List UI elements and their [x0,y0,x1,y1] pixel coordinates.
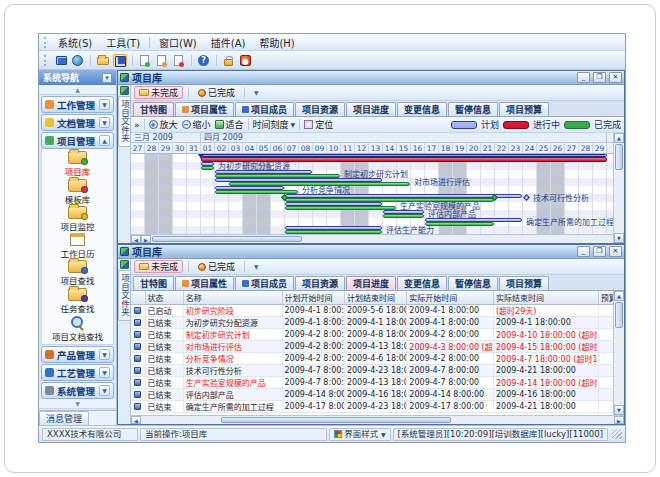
actual-bar[interactable] [285,206,396,210]
actual-bar[interactable] [383,214,424,218]
filter-overflow-icon[interactable]: ▼ [254,89,259,96]
scroll-left-icon[interactable]: ◀ [131,416,141,424]
zoom-out-button[interactable]: −缩小 [182,118,211,131]
zoom-in-button[interactable]: +放大 [149,118,178,131]
tab-变更信息[interactable]: 变更信息 [397,276,447,290]
help-icon[interactable]: ? [197,54,211,67]
table-row[interactable]: 已结束制定初步研究计划2009-4-2 8:00:002009-4-8 18:0… [131,329,613,341]
toolbar-grip[interactable] [44,55,48,66]
column-header-计划结束时间[interactable]: 计划结束时间 [344,291,406,305]
filter-unfinished-button[interactable]: 未完成 [134,86,183,99]
doc-add-icon[interactable] [138,54,152,67]
sidebar-collapse-strip[interactable]: ▲ [39,85,116,95]
column-header-icon[interactable] [131,291,145,305]
scrollbar-thumb[interactable] [221,417,451,423]
scroll-down-icon[interactable]: ▼ [614,405,624,415]
tab-项目资源[interactable]: 项目资源 [295,276,345,290]
menubar-grip[interactable] [44,37,48,48]
close-icon[interactable]: ✕ [609,72,622,83]
chevron-up-icon[interactable]: ▲ [99,135,110,146]
sidebar-section-工作管理[interactable]: 工作管理▼ [41,96,114,113]
scroll-up-icon[interactable]: ▲ [614,133,624,143]
scroll-up-icon[interactable]: ▲ [614,291,624,301]
toolbar-overflow-button[interactable]: » [134,120,140,130]
menu-item-5[interactable]: 帮助(H) [252,34,301,51]
tab-项目进度[interactable]: 项目进度 [346,276,396,290]
time-scale-dropdown[interactable]: 时间刻度▼ [253,118,296,131]
sidebar-item-模板库[interactable]: 模板库 [65,179,91,205]
table-row[interactable]: 已结束生产实验室规模的产品2009-4-7 8:00:002009-4-13 1… [131,377,613,389]
resize-grip-icon[interactable] [612,429,622,439]
sidebar-item-工作日历[interactable]: 工作日历 [60,233,94,259]
tab-项目属性[interactable]: 项目属性 [175,102,234,116]
tab-项目属性[interactable]: 项目属性 [175,276,234,290]
column-header-预算[interactable]: 预算 [598,291,613,305]
column-header-实际结束时间[interactable]: 实际结束时间 [493,291,598,305]
filter-unfinished-button[interactable]: 未完成 [134,260,183,273]
tab-变更信息[interactable]: 变更信息 [397,102,447,116]
sidebar-item-项目文档查找[interactable]: 项目文档查找 [52,315,103,342]
sidebar-item-项目库[interactable]: 项目库 [65,151,91,177]
sidebar-item-项目查找[interactable]: 项目查找 [60,260,94,286]
filter-finished-button[interactable]: 已完成 [194,86,239,99]
table-row[interactable]: 已结束为初步研究分配资源2009-4-1 8:00:002009-4-1 18:… [131,317,613,329]
sidebar-section-产品管理[interactable]: 产品管理▼ [41,346,114,363]
globe-icon[interactable] [71,54,85,67]
gantt-horizontal-scrollbar[interactable]: ◀ ▶ [131,234,613,243]
open-folder-icon[interactable] [96,54,110,67]
actual-bar[interactable] [201,166,214,170]
column-header-状态[interactable]: 状态 [145,291,183,305]
save-icon[interactable] [113,54,127,67]
table-row[interactable]: 已结束对市场进行评估2009-4-2 8:00:002009-4-13 18:0… [131,341,613,353]
interface-style-dropdown[interactable]: 界面样式 ▼ [329,428,390,441]
locate-button[interactable]: 定位 [304,118,333,131]
sidebar-item-项目监控[interactable]: 项目监控 [60,206,94,232]
fit-button[interactable]: 适合 [215,118,244,131]
menu-item-3[interactable]: 窗口(W) [152,34,204,51]
progress-table[interactable]: 状态名称计划开始时间计划结束时间实际开始时间实际结束时间预算成已启动初步研究阶段… [131,291,613,415]
exit-icon[interactable]: ● [239,54,253,67]
tab-甘特图[interactable]: 甘特图 [133,276,174,290]
tab-暂停信息[interactable]: 暂停信息 [448,102,498,116]
sidebar-section-文档管理[interactable]: 文档管理▼ [41,114,114,131]
tab-甘特图[interactable]: 甘特图 [133,102,174,116]
actual-bar[interactable] [285,230,382,234]
tab-项目成员[interactable]: 项目成员 [235,276,294,290]
chevron-down-icon[interactable]: ▼ [99,385,110,396]
table-window-titlebar[interactable]: 项目库 _ ❐ ✕ [118,245,624,259]
restore-icon[interactable]: ❐ [593,246,606,257]
restore-icon[interactable]: ❐ [593,72,606,83]
column-header-计划开始时间[interactable]: 计划开始时间 [282,291,344,305]
chevron-down-icon[interactable]: ▼ [99,117,110,128]
tab-project-folder[interactable]: 项目文件夹 [118,96,131,147]
chevron-down-icon[interactable]: ▼ [99,349,110,360]
sidebar-section-项目管理[interactable]: 项目管理▲ [41,132,114,149]
scroll-down-icon[interactable]: ▼ [614,233,624,243]
gantt-chart[interactable]: 三月 2009四月 2009 2728293031010203040506070… [131,133,613,243]
tab-暂停信息[interactable]: 暂停信息 [448,276,498,290]
menu-item-1[interactable]: 系统(S) [51,34,99,51]
actual-bar[interactable] [425,222,494,226]
sidebar-item-任务查找[interactable]: 任务查找 [60,288,94,314]
sidebar-expand-strip[interactable]: ▼ [39,399,116,409]
doc-delete-icon[interactable] [172,54,186,67]
table-vertical-scrollbar[interactable]: ▲ ▼ [613,291,624,415]
sidebar-section-系统管理[interactable]: 系统管理▼ [41,382,114,399]
tab-项目进度[interactable]: 项目进度 [346,102,396,116]
pin-icon[interactable]: ▾ [102,73,112,83]
table-row[interactable]: 已结束技术可行性分析2009-4-7 8:00:002009-4-23 18:0… [131,365,613,377]
tab-项目成员[interactable]: 项目成员 [235,102,294,116]
sidebar-section-工艺管理[interactable]: 工艺管理▼ [41,364,114,381]
table-row[interactable]: 已结束分析竞争情况2009-4-2 8:00:002009-4-6 18:00:… [131,353,613,365]
gantt-vertical-scrollbar[interactable]: ▲ ▼ [613,133,624,243]
close-icon[interactable]: ✕ [609,246,622,257]
tab-message-management[interactable]: 消息管理 [39,411,89,425]
scroll-right-icon[interactable]: ▶ [141,235,151,243]
doc-edit-icon[interactable] [155,54,169,67]
tab-project-folder[interactable]: 项目文件夹 [118,270,131,321]
minimize-icon[interactable]: _ [577,72,590,83]
filter-finished-button[interactable]: 已完成 [194,260,239,273]
lock-icon[interactable] [222,54,236,67]
table-row[interactable]: 已结束确定生产所需的加工过程2009-4-17 8:00:002009-4-23… [131,401,613,413]
scroll-left-icon[interactable]: ◀ [131,235,141,243]
